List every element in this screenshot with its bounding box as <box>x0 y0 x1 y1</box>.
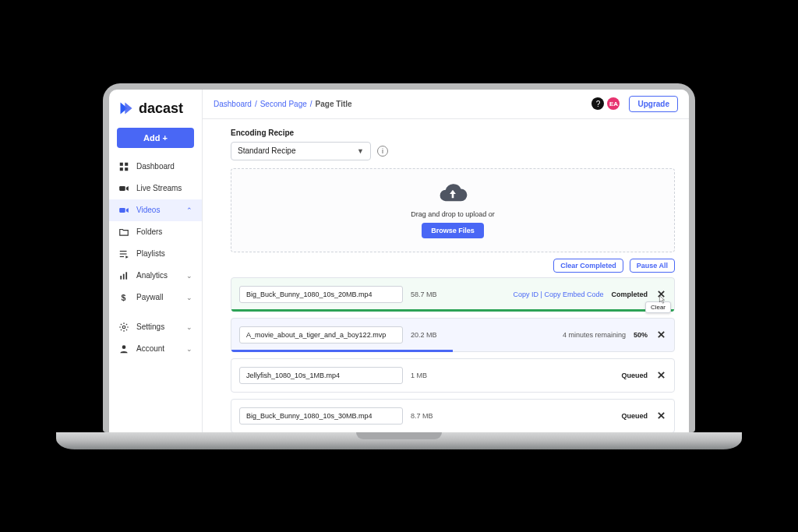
upload-row: A_movie_about_a_tiger_and_a_boy122.mvp 2… <box>231 318 675 352</box>
sidebar-item-analytics[interactable]: Analytics ⌄ <box>109 265 202 287</box>
sidebar-item-videos[interactable]: Videos ⌃ <box>109 199 202 221</box>
upload-filesize: 58.7 MB <box>411 291 454 298</box>
encoding-recipe-select[interactable]: Standard Recipe ▼ <box>231 142 371 160</box>
sidebar-item-label: Folders <box>136 227 162 236</box>
chevron-down-icon: ▼ <box>357 147 364 155</box>
cloud-upload-icon <box>436 182 469 206</box>
sidebar-item-label: Playlists <box>136 249 165 258</box>
svg-point-13 <box>122 326 125 329</box>
screen-bezel: dacast Add + Dashboard Live Streams <box>103 83 695 432</box>
sidebar-item-label: Analytics <box>136 271 168 280</box>
breadcrumb-current: Page Title <box>316 100 352 108</box>
sidebar-item-playlists[interactable]: Playlists <box>109 243 202 265</box>
svg-text:$: $ <box>122 292 126 301</box>
chevron-down-icon: ⌄ <box>186 345 192 353</box>
upload-filename-cell: Jellyfish_1080_10s_1MB.mp4 <box>239 367 403 384</box>
clear-completed-button[interactable]: Clear Completed <box>553 259 623 273</box>
laptop-mock: dacast Add + Dashboard Live Streams <box>103 83 695 449</box>
upload-status: Queued <box>621 372 648 379</box>
svg-rect-9 <box>120 276 122 280</box>
breadcrumb-separator: / <box>255 100 257 108</box>
close-icon <box>657 371 666 379</box>
upload-dropzone[interactable]: Drag and drop to upload or Browse Files <box>231 168 675 252</box>
sidebar-item-label: Live Streams <box>136 184 182 192</box>
upload-filename-input[interactable]: A_movie_about_a_tiger_and_a_boy122.mvp <box>239 326 403 344</box>
sidebar-nav: Dashboard Live Streams Videos ⌃ <box>109 156 202 308</box>
gear-icon <box>118 322 129 333</box>
sidebar-item-paywall[interactable]: $ Paywall ⌄ <box>109 287 202 308</box>
upload-clear-button[interactable]: Clear <box>655 289 666 300</box>
svg-point-14 <box>122 345 126 349</box>
brand-name: dacast <box>139 100 183 117</box>
upload-copy-links: Copy ID | Copy Embed Code <box>514 291 604 298</box>
svg-rect-0 <box>120 162 123 165</box>
chevron-down-icon: ⌄ <box>186 272 192 280</box>
dacast-logo-icon <box>118 100 134 116</box>
brand-logo: dacast <box>109 97 202 128</box>
help-icon[interactable]: ? <box>591 97 604 110</box>
clear-tooltip: Clear <box>645 301 671 313</box>
sidebar-item-label: Paywall <box>136 293 163 301</box>
upload-filename-input[interactable]: Big_Buck_Bunny_1080_10s_30MB.mp4 <box>239 407 403 425</box>
svg-rect-5 <box>119 208 125 213</box>
upload-row: Big_Buck_Bunny_1080_10s_30MB.mp4 8.7 MB … <box>231 399 675 432</box>
nav-separator <box>109 308 202 316</box>
svg-rect-2 <box>120 167 123 171</box>
upload-filename: A_movie_about_a_tiger_and_a_boy122.mvp <box>246 331 386 339</box>
analytics-icon <box>118 270 129 281</box>
upload-filename: Jellyfish_1080_10s_1MB.mp4 <box>246 372 340 379</box>
sidebar-item-account[interactable]: Account ⌄ <box>109 338 202 360</box>
upload-filename-cell: Big_Buck_Bunny_1080_10s_20MB.mp4 <box>239 286 403 303</box>
sidebar-item-settings[interactable]: Settings ⌄ <box>109 316 202 338</box>
upload-filename-cell: Big_Buck_Bunny_1080_10s_30MB.mp4 <box>239 407 403 425</box>
svg-rect-1 <box>125 162 128 165</box>
topbar: Dashboard / Second Page / Page Title ? E… <box>203 90 689 119</box>
upload-filename-input[interactable]: Big_Buck_Bunny_1080_10s_20MB.mp4 <box>239 286 403 303</box>
breadcrumb-link-second[interactable]: Second Page <box>260 100 307 108</box>
main-panel: Dashboard / Second Page / Page Title ? E… <box>203 90 689 432</box>
videocam-icon <box>118 205 129 216</box>
chevron-down-icon: ⌄ <box>186 294 192 301</box>
folder-icon <box>118 227 129 238</box>
svg-rect-11 <box>125 272 127 279</box>
camera-icon <box>118 183 129 194</box>
breadcrumb: Dashboard / Second Page / Page Title <box>214 100 352 108</box>
upload-filename-input[interactable]: Jellyfish_1080_10s_1MB.mp4 <box>239 367 403 384</box>
close-icon <box>657 330 666 339</box>
breadcrumb-separator: / <box>310 100 312 108</box>
svg-rect-10 <box>123 273 125 279</box>
copy-embed-link[interactable]: Copy Embed Code <box>544 291 603 298</box>
upload-status: Queued <box>621 412 648 420</box>
sidebar-item-label: Dashboard <box>136 162 175 171</box>
avatar[interactable]: EA <box>607 97 620 110</box>
upload-filename: Big_Buck_Bunny_1080_10s_30MB.mp4 <box>246 412 373 420</box>
encoding-recipe-value: Standard Recipe <box>238 146 296 155</box>
upgrade-button[interactable]: Upgrade <box>629 96 678 112</box>
add-button[interactable]: Add + <box>117 128 194 148</box>
upload-cancel-button[interactable] <box>655 329 666 340</box>
sidebar-secondary-nav: Settings ⌄ Account ⌄ <box>109 316 202 360</box>
copy-id-link[interactable]: Copy ID <box>514 291 539 298</box>
breadcrumb-link-dashboard[interactable]: Dashboard <box>214 100 252 108</box>
sidebar: dacast Add + Dashboard Live Streams <box>109 90 203 432</box>
sidebar-item-folders[interactable]: Folders <box>109 221 202 243</box>
upload-progress-bar <box>231 350 453 352</box>
upload-cancel-button[interactable] <box>655 370 666 381</box>
svg-rect-4 <box>119 186 125 191</box>
sidebar-item-dashboard[interactable]: Dashboard <box>109 156 202 178</box>
app-screen: dacast Add + Dashboard Live Streams <box>109 90 689 432</box>
pause-all-button[interactable]: Pause All <box>630 259 675 273</box>
upload-row: Jellyfish_1080_10s_1MB.mp4 1 MB Queued <box>231 358 675 393</box>
sidebar-item-label: Videos <box>136 206 160 214</box>
laptop-base <box>56 432 742 449</box>
upload-cancel-button[interactable] <box>655 410 666 421</box>
browse-files-button[interactable]: Browse Files <box>422 223 484 238</box>
dropzone-hint: Drag and drop to upload or <box>411 210 495 218</box>
encoding-recipe-label: Encoding Recipe <box>231 129 675 137</box>
upload-filename: Big_Buck_Bunny_1080_10s_20MB.mp4 <box>246 291 373 298</box>
sidebar-item-label: Settings <box>136 322 164 331</box>
upload-filename-cell: A_movie_about_a_tiger_and_a_boy122.mvp <box>239 326 403 344</box>
info-icon[interactable]: i <box>377 146 388 157</box>
app-root: dacast Add + Dashboard Live Streams <box>109 90 689 432</box>
sidebar-item-live-streams[interactable]: Live Streams <box>109 178 202 199</box>
